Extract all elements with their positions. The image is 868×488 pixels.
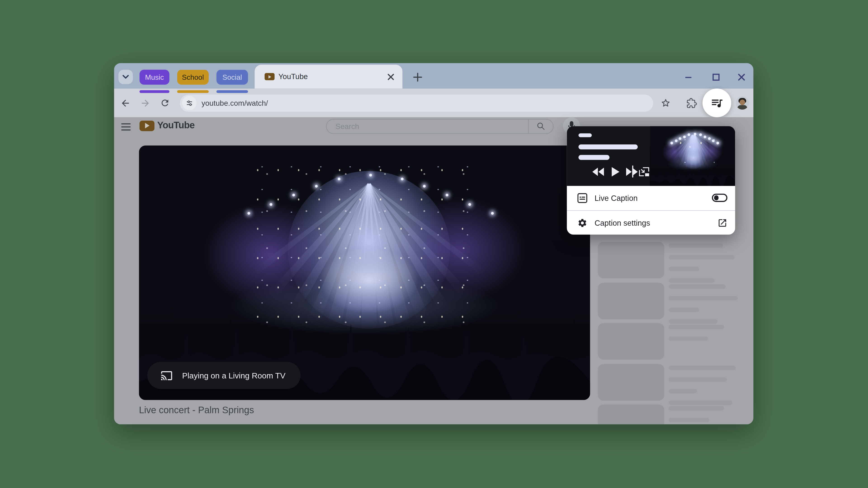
new-tab-button[interactable]	[413, 72, 423, 82]
live-caption-row[interactable]: Live Caption	[567, 186, 735, 210]
text-line-skeleton	[669, 278, 715, 283]
live-caption-icon	[577, 193, 587, 203]
browser-window: Music School Social YouTube	[114, 63, 753, 424]
picture-in-picture-button[interactable]	[638, 166, 651, 177]
previous-track-icon	[592, 167, 604, 176]
tab-search-button[interactable]	[119, 70, 133, 84]
tab-group-social[interactable]: Social	[217, 70, 248, 85]
window-minimize-button[interactable]	[684, 73, 692, 84]
caption-settings-row[interactable]: Caption settings	[567, 210, 735, 235]
media-session-card	[567, 126, 735, 186]
desktop: Music School Social YouTube	[0, 0, 868, 488]
search-bar[interactable]: Search	[326, 119, 554, 134]
sidebar-skeleton-item	[598, 242, 753, 278]
tune-icon	[185, 99, 193, 107]
play-icon	[612, 167, 619, 176]
guide-menu-button[interactable]	[119, 120, 133, 134]
tab-title: YouTube	[278, 72, 386, 81]
search-placeholder: Search	[336, 122, 528, 131]
reload-button[interactable]	[158, 96, 172, 110]
previous-track-button[interactable]	[591, 166, 606, 176]
text-line-skeleton	[669, 389, 697, 393]
caption-settings-label: Caption settings	[594, 218, 650, 227]
sidebar-list	[598, 242, 753, 424]
sidebar-skeleton-item	[598, 404, 753, 424]
avatar-body	[737, 105, 747, 109]
search-icon	[536, 122, 545, 131]
album-art	[650, 126, 735, 186]
youtube-logo-text: YouTube	[157, 120, 195, 131]
thumbnail-skeleton	[598, 404, 664, 424]
close-icon	[737, 73, 746, 81]
thumbnail-skeleton	[598, 283, 664, 319]
media-playlist-music-icon	[710, 96, 723, 109]
profile-avatar[interactable]	[736, 96, 749, 109]
tab-group-school[interactable]: School	[177, 70, 209, 85]
cast-status-pill: Playing on a Living Room TV	[147, 362, 301, 389]
text-line-skeleton	[669, 400, 733, 405]
thumbnail-skeleton	[598, 242, 664, 278]
global-media-controls-button[interactable]	[703, 89, 731, 117]
stage-lamp-dot	[491, 212, 493, 215]
text-line-skeleton	[669, 319, 717, 324]
youtube-logo[interactable]: YouTube	[140, 120, 194, 131]
tab-group-underline-music	[140, 90, 169, 93]
plus-icon	[413, 72, 423, 82]
maximize-icon	[712, 73, 720, 81]
cast-icon	[160, 370, 173, 381]
bookmark-button[interactable]	[658, 96, 673, 110]
media-artist-skeleton	[579, 155, 610, 160]
gear-icon	[577, 218, 587, 228]
site-settings-button[interactable]	[182, 96, 197, 110]
back-icon	[120, 98, 130, 108]
play-button[interactable]	[611, 166, 620, 177]
text-line-skeleton	[669, 243, 723, 248]
thumbnail-skeleton	[598, 364, 664, 400]
youtube-logo-icon	[140, 121, 154, 131]
tab-close-button[interactable]	[386, 72, 395, 81]
text-line-skeleton	[669, 325, 724, 329]
avatar-face	[740, 100, 745, 105]
tab-group-music[interactable]: Music	[140, 70, 169, 85]
search-button[interactable]	[529, 122, 553, 131]
forward-icon	[140, 98, 150, 108]
media-controls-popup: Live Caption Caption settings	[567, 126, 735, 234]
thumbnail-skeleton	[598, 323, 664, 360]
window-maximize-button[interactable]	[712, 73, 720, 84]
extensions-button[interactable]	[684, 96, 699, 110]
sidebar-skeleton-item	[598, 323, 753, 360]
bookmark-star-icon	[660, 98, 671, 108]
text-line-skeleton	[669, 307, 699, 312]
text-line-skeleton	[669, 296, 738, 300]
tab-strip: Music School Social YouTube	[114, 63, 753, 89]
text-line-skeleton	[669, 255, 735, 260]
address-bar[interactable]: youtube.com/watch/	[180, 94, 653, 111]
chevron-down-icon	[122, 75, 129, 79]
cast-status-text: Playing on a Living Room TV	[182, 371, 285, 380]
url-text: youtube.com/watch/	[202, 99, 268, 107]
tab-group-label: Social	[222, 73, 242, 81]
forward-button[interactable]	[138, 96, 152, 110]
text-line-skeleton	[669, 377, 727, 382]
text-line-skeleton	[669, 406, 724, 411]
live-caption-toggle[interactable]	[712, 194, 727, 202]
tab-group-underline-social	[217, 90, 248, 93]
tab-youtube[interactable]: YouTube	[255, 65, 403, 89]
video-player[interactable]: Playing on a Living Room TV	[139, 145, 590, 400]
crowd-silhouette	[650, 162, 735, 186]
open-in-new-icon[interactable]	[717, 218, 727, 228]
tab-group-underline-school	[177, 90, 209, 93]
minimize-icon	[684, 73, 692, 81]
sidebar-skeleton-item	[598, 364, 753, 400]
close-icon	[386, 72, 395, 81]
hamburger-icon	[121, 123, 130, 130]
window-close-button[interactable]	[737, 73, 746, 84]
text-line-skeleton	[669, 267, 699, 271]
media-title-skeleton	[579, 144, 638, 149]
stage-lamp-dot	[716, 142, 719, 144]
back-button[interactable]	[118, 96, 132, 110]
live-caption-label: Live Caption	[594, 193, 638, 202]
tab-group-label: School	[182, 73, 204, 81]
youtube-favicon-icon	[265, 73, 275, 80]
text-line-skeleton	[669, 418, 709, 422]
